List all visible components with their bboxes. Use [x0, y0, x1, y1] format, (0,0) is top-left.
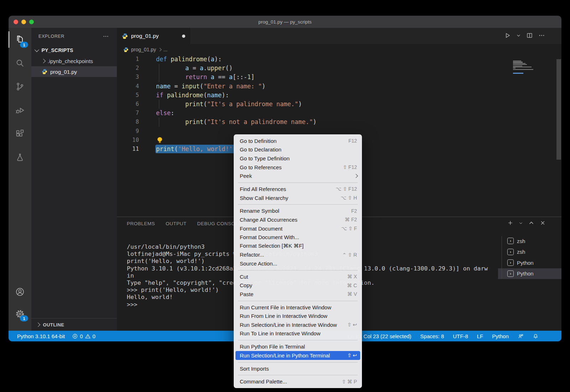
activity-item-explorer[interactable]: 1: [9, 28, 31, 51]
menu-item-run-python-file-in-terminal[interactable]: Run Python File in Terminal: [235, 342, 360, 351]
activity-item-search[interactable]: [9, 51, 31, 75]
activity-item-testing[interactable]: [9, 145, 31, 169]
tree-root-py-scripts[interactable]: PY_SCRIPTS: [31, 45, 117, 56]
close-panel[interactable]: [540, 220, 546, 227]
titlebar[interactable]: prog_01.py — py_scripts: [9, 16, 561, 28]
chevron-right-icon: [158, 48, 161, 51]
menu-item-command-palette[interactable]: Command Palette...⇧ ⌘ P: [235, 377, 360, 386]
menu-item-run-selection-line-in-interactive-window[interactable]: Run Selection/Line in Interactive Window…: [235, 320, 360, 329]
code-text[interactable]: print('Hello, world!'): [146, 145, 236, 154]
problems-status[interactable]: 0 0: [72, 333, 95, 339]
run-dropdown[interactable]: [516, 33, 521, 39]
python-interpreter-status[interactable]: Python 3.10.1 64-bit: [17, 333, 65, 339]
code-text[interactable]: [146, 127, 156, 136]
menu-item-go-to-declaration[interactable]: Go to Declaration: [235, 145, 360, 154]
panel-tab-problems[interactable]: PROBLEMS: [127, 221, 155, 226]
code-text[interactable]: print("It's not a palindrome name."): [146, 118, 316, 127]
screen: prog_01.py — py_scripts 1 1 EXPLORER PY_…: [0, 0, 570, 392]
minimap[interactable]: [513, 61, 553, 74]
activity-item-extensions[interactable]: [9, 122, 31, 145]
code-line: 3 return a == a[::-1]: [117, 73, 561, 82]
lightbulb-icon[interactable]: [157, 137, 162, 143]
chevron-up-icon: [528, 220, 534, 226]
menu-separator: [234, 180, 362, 185]
terminal-tab-python[interactable]: ›Python: [498, 257, 561, 268]
activity-item-settings[interactable]: 1: [9, 303, 31, 325]
close-window-button[interactable]: [14, 20, 18, 24]
encoding[interactable]: UTF-8: [453, 333, 468, 339]
explorer-item-ipynb-checkpoints[interactable]: .ipynb_checkpoints: [31, 56, 117, 66]
menu-item-rename-symbol[interactable]: Rename SymbolF2: [235, 207, 360, 216]
menu-item-paste[interactable]: Paste⌘ V: [235, 290, 360, 299]
code-text[interactable]: a = a.upper(): [146, 64, 233, 73]
breadcrumb-file[interactable]: prog_01.py: [131, 47, 156, 52]
shortcut-hint: ⇧ ⌘ P: [342, 379, 357, 385]
indent-guide: [159, 118, 159, 127]
close-icon: [540, 220, 546, 226]
new-terminal[interactable]: [507, 220, 513, 227]
split-editor[interactable]: [526, 32, 533, 40]
menu-item-refactor[interactable]: Refactor...⌃ ⇧ R: [235, 251, 360, 259]
zoom-window-button[interactable]: [29, 20, 34, 24]
run-python-file[interactable]: [504, 32, 511, 40]
terminal-profile-dropdown[interactable]: [519, 220, 523, 227]
activity-item-accounts[interactable]: [9, 281, 31, 303]
modified-indicator-dot[interactable]: [182, 35, 185, 38]
breadcrumb-symbol[interactable]: ...: [164, 47, 168, 52]
menu-item-format-document-with[interactable]: Format Document With...: [235, 233, 360, 242]
code-text[interactable]: print("It's a palindrome name."): [146, 100, 302, 109]
menu-item-show-call-hierarchy[interactable]: Show Call Hierarchy⌥ ⇧ H: [235, 194, 360, 202]
eol[interactable]: LF: [477, 333, 483, 339]
menu-item-sort-imports[interactable]: Sort Imports: [235, 364, 360, 373]
menu-item-peek[interactable]: Peek: [235, 171, 360, 180]
activity-item-source-control[interactable]: [9, 75, 31, 98]
menu-item-format-selection-k-f[interactable]: Format Selection [⌘K ⌘F]: [235, 242, 360, 251]
code-text[interactable]: if palindrome(name):: [146, 91, 229, 100]
maximize-panel[interactable]: [528, 220, 534, 227]
menu-item-run-from-line-in-interactive-window[interactable]: Run From Line in Interactive Window: [235, 311, 360, 320]
outline-section[interactable]: OUTLINE: [31, 318, 117, 331]
menu-item-run-current-file-in-interactive-window[interactable]: Run Current File in Interactive Window: [235, 303, 360, 312]
terminal-icon: ›: [507, 238, 514, 244]
code-text[interactable]: def palindrome(a):: [146, 55, 222, 64]
line-number: 4: [117, 82, 146, 91]
more-editor-actions[interactable]: [538, 32, 545, 40]
menu-item-go-to-type-definition[interactable]: Go to Type Definition: [235, 154, 360, 163]
chevron-down-icon: [516, 33, 521, 38]
shortcut-hint: ⇧ ↩: [347, 322, 357, 327]
source-control-icon: [15, 82, 25, 92]
terminal-tab-zsh[interactable]: ›zsh: [498, 247, 561, 258]
panel-tab-output[interactable]: OUTPUT: [166, 221, 187, 226]
menu-item-copy[interactable]: Copy⌘ C: [235, 281, 360, 290]
tab-prog-01-py[interactable]: prog_01.py: [117, 28, 190, 44]
explorer-more-actions-icon[interactable]: [103, 33, 109, 40]
indentation[interactable]: Spaces: 8: [420, 333, 444, 339]
code-text[interactable]: [146, 136, 162, 145]
notifications[interactable]: [533, 333, 539, 339]
menu-item-run-selection-line-in-python-terminal[interactable]: Run Selection/Line in Python Terminal⇧ ↩: [235, 351, 360, 360]
terminal-tab-zsh[interactable]: ›zsh: [498, 236, 561, 247]
menu-item-cut[interactable]: Cut⌘ X: [235, 272, 360, 281]
code-text[interactable]: return a == a[::-1]: [146, 73, 254, 82]
explorer-item-prog-01-py[interactable]: prog_01.py: [31, 66, 117, 77]
window-title: prog_01.py — py_scripts: [9, 19, 561, 25]
menu-item-find-all-references[interactable]: Find All References⌥ ⇧ F12: [235, 185, 360, 194]
line-number: 9: [117, 127, 146, 136]
menu-item-source-action[interactable]: Source Action...: [235, 259, 360, 268]
code-text[interactable]: else:: [146, 109, 174, 118]
minimize-window-button[interactable]: [21, 20, 26, 24]
feedback[interactable]: [518, 333, 524, 339]
menu-item-change-all-occurrences[interactable]: Change All Occurrences⌘ F2: [235, 215, 360, 224]
menu-item-run-to-line-in-interactive-window[interactable]: Run To Line in Interactive Window: [235, 329, 360, 338]
menu-item-format-document[interactable]: Format Document⌥ ⇧ F: [235, 224, 360, 233]
code-text[interactable]: name = input("Enter a name: "): [146, 82, 265, 91]
activity-item-run-and-debug[interactable]: [9, 98, 31, 122]
editor-scrollbar[interactable]: [556, 59, 561, 160]
terminal-tab-python[interactable]: ›Python: [498, 268, 561, 279]
menu-item-go-to-references[interactable]: Go to References⇧ F12: [235, 163, 360, 172]
menu-item-go-to-definition[interactable]: Go to DefinitionF12: [235, 136, 360, 145]
tab-label: prog_01.py: [131, 33, 159, 39]
ellipsis-icon: [538, 32, 545, 39]
language-mode[interactable]: Python: [492, 333, 509, 339]
code-line: 2 a = a.upper(): [117, 64, 561, 73]
